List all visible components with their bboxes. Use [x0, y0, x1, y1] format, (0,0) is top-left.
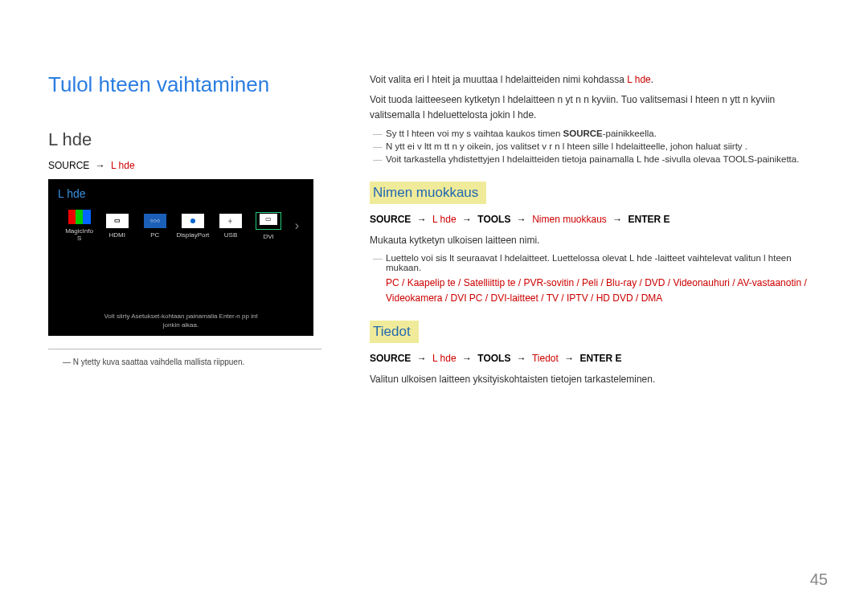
path-segment-red: L hde: [432, 353, 457, 364]
path-end: L hde: [111, 160, 135, 171]
magicinfo-icon: [68, 210, 91, 224]
page-content: Tulol hteen vaihtaminen L hde SOURCE → L…: [48, 72, 828, 392]
source-row: MagicInfo S ▭ HDMI ○○○ PC DisplayPort ⏚ …: [48, 210, 313, 242]
path-segment: TOOLS: [477, 214, 510, 225]
pc-icon: ○○○: [144, 214, 166, 228]
source-tile-dvi: ▭ DVI: [252, 212, 285, 240]
page-number: 45: [810, 570, 828, 589]
main-title: Tulol hteen vaihtaminen: [48, 72, 321, 97]
nav-path-tiedot: SOURCE → L hde → TOOLS → Tiedot → ENTER …: [370, 353, 828, 364]
arrow-icon: →: [414, 214, 430, 225]
arrow-icon: →: [92, 160, 108, 171]
intro-paragraph-2: Voit tuoda laitteeseen kytketyn l hdelai…: [370, 92, 828, 123]
dash-item-3: Voit tarkastella yhdistettyjen l hdelait…: [370, 154, 828, 164]
path-source: SOURCE: [48, 160, 89, 171]
text: -painikkeella.: [603, 129, 657, 138]
text-red: L hde: [637, 154, 659, 164]
arrow-icon: →: [514, 214, 530, 225]
text-bold: SOURCE: [563, 129, 603, 138]
source-label: USB: [214, 231, 247, 239]
text-red: L hde: [629, 253, 652, 263]
text: Luettelo voi sis lt seuraavat l hdelaitt…: [386, 253, 629, 263]
text: -sivulla olevaa TOOLS-painiketta.: [659, 154, 799, 164]
displayport-icon: [182, 214, 204, 228]
usb-icon: ⏚: [219, 214, 242, 228]
source-tile-magicinfo: MagicInfo S: [63, 210, 96, 242]
source-tile-displayport: DisplayPort: [176, 214, 209, 239]
arrow-icon: →: [609, 214, 625, 225]
section-header-nimen: Nimen muokkaus: [370, 182, 486, 204]
section-heading-lahde: L hde: [48, 129, 321, 150]
arrow-icon: →: [514, 353, 530, 364]
path-segment: TOOLS: [477, 353, 510, 364]
path-segment-red: Tiedot: [532, 353, 559, 364]
text: Sy tt l hteen voi my s vaihtaa kaukos ti…: [386, 129, 563, 138]
source-label: DisplayPort: [176, 231, 209, 239]
dash-item-1: Sy tt l hteen voi my s vaihtaa kaukos ti…: [370, 129, 828, 138]
text: .: [651, 74, 653, 85]
source-label: DVI: [252, 233, 285, 240]
path-segment: SOURCE: [370, 353, 411, 364]
left-column: Tulol hteen vaihtaminen L hde SOURCE → L…: [48, 72, 321, 392]
source-tile-hdmi: ▭ HDMI: [100, 214, 133, 239]
note-text: N ytetty kuva saattaa vaihdella mallista…: [73, 358, 244, 366]
hdmi-icon: ▭: [106, 214, 129, 228]
screenshot-hint: Voit siirty Asetukset-kohtaan painamalla…: [48, 313, 313, 329]
right-column: Voit valita eri l hteit ja muuttaa l hde…: [370, 72, 828, 392]
dvi-icon-selected: ▭: [256, 212, 281, 230]
tiedot-line1: Valitun ulkoisen laitteen yksityiskohtai…: [370, 372, 828, 387]
nimen-line1: Mukauta kytketyn ulkoisen laitteen nimi.: [370, 233, 828, 248]
path-segment: ENTER E: [628, 214, 670, 225]
text: Voit valita eri l hteit ja muuttaa l hde…: [370, 74, 627, 85]
chevron-right-icon: ›: [295, 219, 299, 233]
device-list: PC / Kaapelip te / Satelliittip te / PVR…: [370, 276, 828, 306]
source-label: PC: [138, 231, 171, 239]
arrow-icon: →: [561, 353, 577, 364]
nav-path-lahde: SOURCE → L hde: [48, 160, 321, 171]
text-red: L hde: [627, 74, 651, 85]
arrow-icon: →: [459, 214, 475, 225]
hint-line2: jonkin aikaa.: [163, 321, 199, 329]
source-tile-usb: ⏚ USB: [214, 214, 247, 239]
divider: [48, 349, 321, 349]
dash-item-2: N ytt ei v ltt m tt n y oikein, jos vali…: [370, 141, 828, 151]
arrow-icon: →: [459, 353, 475, 364]
source-label: MagicInfo S: [63, 227, 96, 242]
path-segment-red: Nimen muokkaus: [532, 214, 607, 225]
model-note: ― N ytetty kuva saattaa vaihdella mallis…: [48, 358, 321, 366]
path-segment: ENTER E: [580, 353, 622, 364]
text: Voit tarkastella yhdistettyjen l hdelait…: [386, 154, 637, 164]
path-segment-red: L hde: [432, 214, 457, 225]
device-screenshot: L hde MagicInfo S ▭ HDMI ○○○ PC DisplayP…: [48, 179, 313, 336]
section-header-tiedot: Tiedot: [370, 321, 419, 343]
path-segment: SOURCE: [370, 214, 411, 225]
arrow-icon: →: [414, 353, 430, 364]
source-tile-pc: ○○○ PC: [138, 214, 171, 239]
nav-path-nimen: SOURCE → L hde → TOOLS → Nimen muokkaus …: [370, 214, 828, 225]
source-label: HDMI: [100, 231, 133, 239]
intro-paragraph-1: Voit valita eri l hteit ja muuttaa l hde…: [370, 72, 828, 88]
nimen-dash: Luettelo voi sis lt seuraavat l hdelaitt…: [370, 253, 828, 272]
screenshot-title: L hde: [48, 179, 313, 205]
hint-line1: Voit siirty Asetukset-kohtaan painamalla…: [104, 313, 257, 320]
